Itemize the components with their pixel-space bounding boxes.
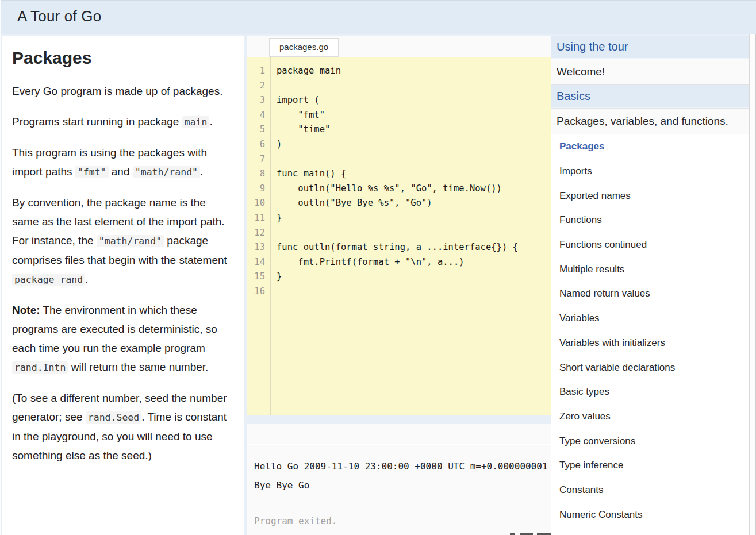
text-run: will return the same number.: [68, 361, 208, 373]
text-run: Every Go program is made up of packages.: [12, 85, 222, 97]
code-line[interactable]: 7: [247, 152, 551, 167]
inline-code: "math/rand": [97, 235, 164, 247]
code-line[interactable]: 4 "fmt": [247, 108, 551, 123]
code-line[interactable]: 14 fmt.Printf(format + "\n", a...): [247, 255, 551, 270]
app-title-link[interactable]: A Tour of Go: [17, 7, 101, 25]
lesson-paragraph: Every Go program is made up of packages.: [12, 82, 234, 101]
code-line[interactable]: 2: [247, 79, 551, 94]
toc-lesson-link[interactable]: Welcome!: [551, 59, 749, 85]
code-line[interactable]: 13func outln(format string, a ...interfa…: [247, 240, 551, 255]
code-editor-panel: packages.go 1package main23import (4 "fm…: [247, 36, 551, 415]
text-run: and: [109, 165, 133, 178]
line-number: 6: [247, 137, 270, 152]
code-lines[interactable]: 1package main23import (4 "fmt"5 "time"6)…: [247, 64, 551, 299]
toc-item[interactable]: Functions continued: [551, 233, 749, 257]
toc-item[interactable]: Type inference: [551, 453, 749, 478]
text-run: .: [85, 273, 88, 285]
code-line[interactable]: 9 outln("Hello %s %s", "Go", time.Now()): [247, 182, 551, 197]
toc-item[interactable]: Type conversions: [551, 429, 749, 453]
line-number: 3: [247, 93, 270, 108]
lesson-title: Packages: [12, 48, 234, 68]
line-number: 2: [247, 79, 270, 94]
code-text: }: [270, 270, 282, 284]
code-line[interactable]: 15}: [247, 270, 551, 284]
lesson-paragraph: This program is using the packages with …: [12, 143, 234, 182]
code-line[interactable]: 5 "time": [247, 122, 551, 137]
lesson-paragraph: (To see a different number, seed the num…: [12, 388, 234, 465]
app-header: A Tour of Go: [0, 0, 756, 34]
inline-code: package rand: [12, 274, 85, 286]
code-text: [270, 152, 277, 167]
toc-item-list: PackagesImportsExported namesFunctionsFu…: [551, 134, 749, 527]
window-top-edge: [0, 0, 756, 1]
toc-item[interactable]: Variables: [551, 306, 749, 331]
lesson-paragraph: Note: The environment in which these pro…: [12, 301, 234, 377]
code-line[interactable]: 12: [247, 226, 551, 241]
output-panel: Hello Go 2009-11-10 23:00:00 +0000 UTC m…: [247, 424, 551, 535]
text-run: Programs start running in package: [12, 116, 182, 128]
program-exited-status: Program exited.: [254, 511, 551, 530]
line-number: 11: [247, 211, 270, 226]
code-text: func main() {: [270, 167, 346, 182]
toc-item[interactable]: Named return values: [551, 282, 749, 306]
toc-module-title[interactable]: Basics: [551, 85, 749, 108]
code-line[interactable]: 8func main() {: [247, 167, 551, 182]
toc-item[interactable]: Variables with initializers: [551, 331, 749, 356]
toc-item[interactable]: Exported names: [551, 183, 749, 208]
bold-text: Note:: [12, 304, 40, 316]
line-number: 4: [247, 108, 270, 123]
code-text: import (: [270, 93, 320, 108]
lesson-paragraph: Programs start running in package main.: [12, 112, 234, 132]
line-number: 12: [247, 226, 270, 241]
code-text: fmt.Printf(format + "\n", a...): [270, 255, 465, 270]
table-of-contents: Using the tourWelcome!BasicsPackages, va…: [551, 36, 749, 535]
toc-item[interactable]: Basic types: [551, 380, 749, 405]
line-number: 16: [247, 284, 270, 299]
inline-code: "math/rand": [133, 166, 200, 178]
toc-scrollbar[interactable]: [749, 34, 756, 535]
code-text: [270, 226, 277, 241]
toc-item[interactable]: Zero values: [551, 405, 749, 429]
toc-item[interactable]: Short variable declarations: [551, 355, 749, 380]
code-text: "fmt": [270, 108, 325, 123]
line-number: 7: [247, 152, 270, 167]
toc-item[interactable]: Multiple results: [551, 257, 749, 282]
code-text: outln("Bye Bye %s", "Go"): [270, 196, 432, 211]
editor-file-tab[interactable]: packages.go: [269, 38, 339, 57]
code-line[interactable]: 6): [247, 137, 551, 152]
lesson-panel: Packages Every Go program is made up of …: [2, 36, 244, 535]
line-number: 1: [247, 64, 270, 79]
code-text: }: [270, 211, 282, 226]
line-number: 15: [247, 270, 270, 284]
toc-item[interactable]: Numeric Constants: [551, 502, 749, 527]
program-output-text: Hello Go 2009-11-10 23:00:00 +0000 UTC m…: [254, 457, 551, 495]
toc-item[interactable]: Constants: [551, 478, 749, 503]
code-editor-area[interactable]: 1package main23import (4 "fmt"5 "time"6)…: [247, 57, 551, 415]
page: A Tour of Go Packages Every Go program i…: [0, 0, 756, 535]
toc-item[interactable]: Imports: [551, 159, 749, 184]
inline-code: rand.Seed: [86, 411, 141, 424]
output-toolbar: [247, 424, 551, 445]
code-line[interactable]: 11}: [247, 211, 551, 226]
code-text: [270, 79, 277, 94]
lesson-body: Every Go program is made up of packages.…: [12, 82, 234, 465]
code-line[interactable]: 10 outln("Bye Bye %s", "Go"): [247, 196, 551, 211]
code-line[interactable]: 16: [247, 284, 551, 299]
inline-code: main: [182, 116, 210, 128]
toc-lesson-link[interactable]: Packages, variables, and functions.: [551, 108, 749, 134]
line-number: 8: [247, 167, 270, 182]
output-body: Hello Go 2009-11-10 23:00:00 +0000 UTC m…: [247, 447, 551, 535]
code-line[interactable]: 1package main: [247, 64, 551, 79]
toc-item[interactable]: Functions: [551, 208, 749, 233]
text-run: .: [200, 165, 203, 178]
code-text: [270, 284, 277, 299]
toc-item-current[interactable]: Packages: [551, 134, 749, 159]
lesson-paragraph: By convention, the package name is the s…: [12, 193, 234, 289]
inline-code: rand.Intn: [12, 361, 68, 374]
code-text: "time": [270, 122, 330, 137]
text-run: The environment in which these programs …: [12, 304, 217, 354]
code-text: ): [270, 137, 282, 152]
line-number: 14: [247, 255, 270, 270]
code-line[interactable]: 3import (: [247, 93, 551, 108]
toc-module-title[interactable]: Using the tour: [551, 36, 749, 59]
